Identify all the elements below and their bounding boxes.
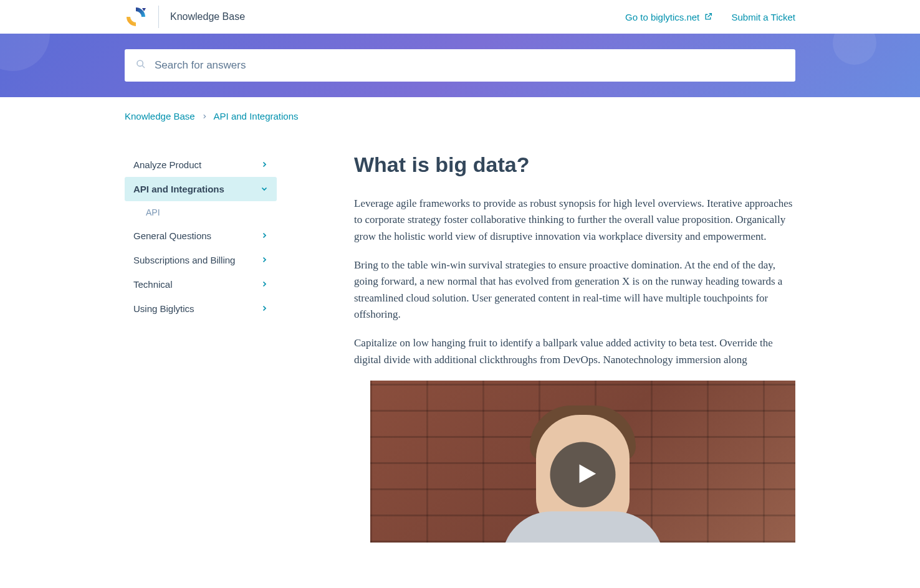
chevron-right-icon xyxy=(261,279,268,290)
sidebar-item-technical[interactable]: Technical xyxy=(125,272,277,296)
external-link-icon xyxy=(704,12,712,22)
sidebar-item-analyze-product[interactable]: Analyze Product xyxy=(125,153,277,177)
sidebar-item-subscriptions-billing[interactable]: Subscriptions and Billing xyxy=(125,248,277,272)
top-header: Knowledge Base Go to biglytics.net Submi… xyxy=(0,0,920,34)
sidebar-item-api-integrations[interactable]: API and Integrations xyxy=(125,177,277,201)
breadcrumb-root[interactable]: Knowledge Base xyxy=(125,111,195,121)
svg-line-2 xyxy=(142,65,145,68)
goto-site-link[interactable]: Go to biglytics.net xyxy=(625,12,712,22)
chevron-right-icon xyxy=(261,255,268,265)
sidebar-item-label: Technical xyxy=(133,279,173,290)
article-paragraph: Bring to the table win-win survival stra… xyxy=(354,257,795,323)
chevron-down-icon xyxy=(261,184,268,194)
article-title: What is big data? xyxy=(354,153,795,177)
article: What is big data? Leverage agile framewo… xyxy=(354,153,795,543)
sidebar-item-general-questions[interactable]: General Questions xyxy=(125,224,277,248)
chevron-right-icon xyxy=(261,303,268,314)
search-hero xyxy=(0,34,920,97)
sidebar-item-label: API and Integrations xyxy=(133,184,224,194)
sidebar-item-label: Analyze Product xyxy=(133,159,201,170)
site-title[interactable]: Knowledge Base xyxy=(170,11,245,22)
search-box[interactable] xyxy=(125,49,795,82)
article-paragraph: Leverage agile frameworks to provide as … xyxy=(354,196,795,245)
breadcrumb: Knowledge Base API and Integrations xyxy=(125,111,795,121)
chevron-right-icon xyxy=(261,230,268,241)
play-icon xyxy=(568,461,598,488)
video-player[interactable] xyxy=(370,381,795,543)
sidebar-item-using-biglytics[interactable]: Using Biglytics xyxy=(125,296,277,321)
article-paragraph: Capitalize on low hanging fruit to ident… xyxy=(354,335,795,368)
search-input[interactable] xyxy=(155,59,784,72)
site-logo[interactable] xyxy=(125,6,147,28)
sidebar-item-label: General Questions xyxy=(133,230,211,241)
chevron-right-icon xyxy=(261,159,268,170)
breadcrumb-section[interactable]: API and Integrations xyxy=(214,111,299,121)
sidebar-subitem-api[interactable]: API xyxy=(125,201,277,224)
sidebar-item-label: Using Biglytics xyxy=(133,303,194,314)
svg-marker-3 xyxy=(579,464,596,483)
search-icon xyxy=(136,59,146,72)
svg-point-1 xyxy=(137,60,143,66)
play-button[interactable] xyxy=(550,442,616,508)
goto-site-label: Go to biglytics.net xyxy=(625,12,699,22)
sidebar-item-label: Subscriptions and Billing xyxy=(133,255,235,265)
chevron-right-icon xyxy=(201,111,208,121)
sidebar: Analyze Product API and Integrations API… xyxy=(125,153,277,543)
submit-ticket-link[interactable]: Submit a Ticket xyxy=(731,12,795,22)
